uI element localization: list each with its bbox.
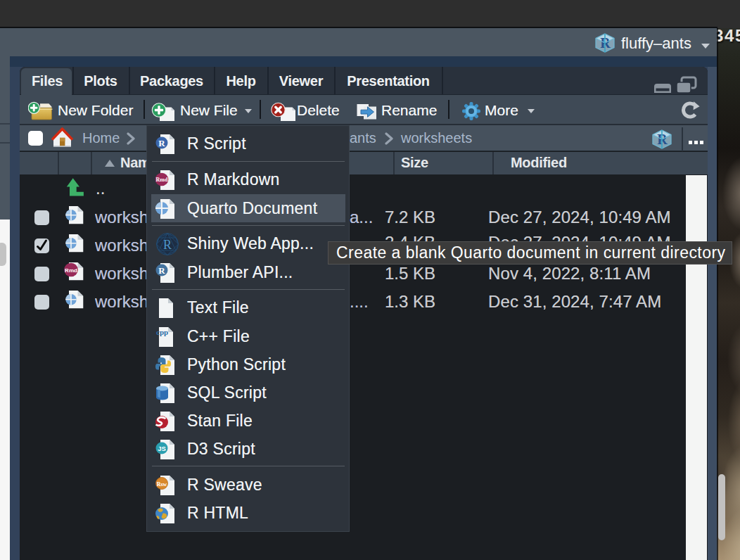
svg-text:Rmd: Rmd bbox=[156, 177, 168, 183]
svg-text:Rsw: Rsw bbox=[157, 481, 167, 487]
svg-text:R: R bbox=[158, 265, 165, 276]
svg-text:Rmd: Rmd bbox=[65, 267, 77, 274]
svg-text:R: R bbox=[158, 138, 165, 148]
svg-text:JS: JS bbox=[158, 445, 166, 452]
svg-text:R: R bbox=[163, 238, 172, 252]
svg-text:cpp: cpp bbox=[156, 328, 168, 336]
